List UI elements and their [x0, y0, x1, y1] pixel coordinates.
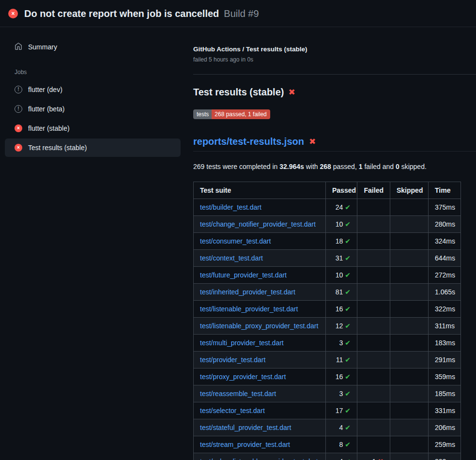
suite-cell: test/reassemble_test.dart [194, 385, 326, 402]
failed-status-icon: × [8, 9, 18, 18]
sidebar-item-summary[interactable]: Summary [5, 38, 181, 56]
summary-skipped-count: 0 [396, 163, 399, 170]
passed-cell: 8✔ [326, 436, 357, 453]
table-row: test/listenable_proxy_provider_test.dart… [194, 318, 461, 335]
suite-cell: test/selector_test.dart [194, 402, 326, 419]
time-cell: 331ms [429, 402, 461, 419]
report-link[interactable]: reports/test-results.json [193, 136, 304, 147]
skipped-cell [390, 368, 429, 385]
passed-count: 81 [336, 288, 343, 296]
skipped-cell [390, 216, 429, 233]
failed-x-icon: ✖ [288, 88, 295, 96]
suite-link[interactable]: test/multi_provider_test.dart [200, 339, 284, 347]
sidebar-item-job[interactable]: ×flutter (stable) [5, 119, 181, 138]
suite-link[interactable]: test/listenable_provider_test.dart [200, 305, 298, 313]
breadcrumb: GitHub Actions / Test results (stable) [193, 46, 476, 53]
suite-link[interactable]: test/change_notifier_provider_test.dart [200, 220, 316, 228]
failed-cell [357, 233, 390, 250]
failed-cell [357, 267, 390, 284]
failed-cell [357, 385, 390, 402]
passed-cell: 31✔ [326, 250, 357, 267]
passed-cell: 10✔ [326, 216, 357, 233]
failed-count: 1 [372, 458, 376, 460]
sidebar: Summary Jobs !flutter (dev)!flutter (bet… [0, 27, 185, 158]
failed-cell [357, 436, 390, 453]
failed-status-icon: × [15, 124, 22, 132]
column-header: Failed [357, 182, 390, 199]
column-header: Test suite [194, 182, 326, 199]
page-header: × Do not create report when job is cance… [0, 0, 476, 27]
check-icon: ✔ [345, 424, 351, 431]
suite-link[interactable]: test/future_provider_test.dart [200, 271, 287, 279]
suite-link[interactable]: test/listenable_proxy_provider_test.dart [200, 322, 318, 330]
suite-link[interactable]: test/value_listenable_provider_test.dart [200, 458, 318, 460]
suite-link[interactable]: test/stream_provider_test.dart [200, 441, 290, 448]
passed-count: 10 [336, 220, 343, 228]
check-icon: ✔ [345, 288, 351, 296]
passed-count: 11 [336, 356, 343, 364]
cross-icon: ✖ [378, 458, 384, 460]
time-cell: 322ms [429, 301, 461, 318]
suite-link[interactable]: test/consumer_test.dart [200, 237, 271, 245]
tests-badge-value: 268 passed, 1 failed [212, 109, 270, 119]
suite-cell: test/context_test.dart [194, 250, 326, 267]
check-icon: ✔ [345, 305, 351, 313]
suite-cell: test/listenable_provider_test.dart [194, 301, 326, 318]
time-cell: 272ms [429, 267, 461, 284]
sidebar-item-label: flutter (beta) [28, 105, 64, 113]
tests-badge: tests 268 passed, 1 failed [193, 109, 270, 119]
app-root: × Do not create report when job is cance… [0, 0, 476, 460]
suite-link[interactable]: test/builder_test.dart [200, 203, 261, 211]
table-header-row: Test suitePassedFailedSkippedTime [194, 182, 461, 199]
suite-link[interactable]: test/reassemble_test.dart [200, 390, 276, 398]
suite-cell: test/multi_provider_test.dart [194, 335, 326, 352]
suite-cell: test/proxy_provider_test.dart [194, 368, 326, 385]
skipped-cell [390, 267, 429, 284]
passed-count: 12 [336, 322, 343, 330]
suite-cell: test/stream_provider_test.dart [194, 436, 326, 453]
time-cell: 375ms [429, 199, 461, 216]
summary-passed-count: 268 [320, 163, 331, 170]
main-content: GitHub Actions / Test results (stable) f… [185, 27, 476, 460]
sidebar-item-label: Test results (stable) [28, 144, 87, 152]
suite-link[interactable]: test/inherited_provider_test.dart [200, 288, 295, 296]
suite-link[interactable]: test/context_test.dart [200, 254, 263, 262]
table-row: test/change_notifier_provider_test.dart1… [194, 216, 461, 233]
table-row: test/value_listenable_provider_test.dart… [194, 453, 461, 460]
table-row: test/stateful_provider_test.dart4✔206ms [194, 419, 461, 436]
sidebar-item-job[interactable]: ×Test results (stable) [5, 138, 181, 157]
time-cell: 1.065s [429, 284, 461, 301]
suite-link[interactable]: test/stateful_provider_test.dart [200, 424, 291, 431]
passed-cell: 3✔ [326, 335, 357, 352]
section-title-text: Test results (stable) [193, 87, 284, 98]
home-icon [15, 43, 22, 52]
sidebar-item-job[interactable]: !flutter (beta) [5, 100, 181, 118]
passed-cell: 24✔ [326, 199, 357, 216]
passed-count: 31 [336, 254, 343, 262]
check-icon: ✔ [345, 458, 351, 460]
failed-cell [357, 216, 390, 233]
passed-count: 17 [336, 407, 343, 414]
table-row: test/inherited_provider_test.dart81✔1.06… [194, 284, 461, 301]
check-icon: ✔ [345, 407, 351, 414]
passed-count: 4 [339, 424, 343, 431]
failed-cell [357, 250, 390, 267]
skipped-cell [390, 453, 429, 460]
sidebar-item-job[interactable]: !flutter (dev) [5, 80, 181, 99]
passed-count: 4 [339, 458, 343, 460]
suite-cell: test/listenable_proxy_provider_test.dart [194, 318, 326, 335]
table-row: test/consumer_test.dart18✔324ms [194, 233, 461, 250]
suite-link[interactable]: test/selector_test.dart [200, 407, 265, 414]
suite-link[interactable]: test/proxy_provider_test.dart [200, 373, 286, 381]
neutral-status-icon: ! [15, 105, 22, 113]
check-icon: ✔ [345, 271, 351, 279]
report-heading: reports/test-results.json ✖ [193, 136, 476, 152]
passed-cell: 16✔ [326, 368, 357, 385]
skipped-cell [390, 250, 429, 267]
time-cell: 302ms [429, 453, 461, 460]
layout: Summary Jobs !flutter (dev)!flutter (bet… [0, 27, 476, 460]
failed-cell [357, 368, 390, 385]
skipped-cell [390, 335, 429, 352]
suite-link[interactable]: test/provider_test.dart [200, 356, 265, 364]
passed-count: 16 [336, 373, 343, 381]
